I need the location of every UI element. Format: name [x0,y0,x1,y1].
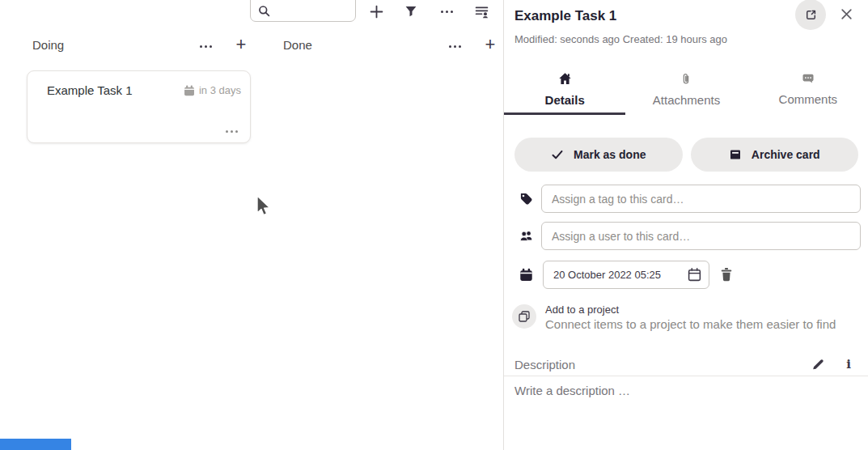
paperclip-icon [680,72,692,86]
archive-icon [729,148,742,161]
tab-details-label: Details [545,93,585,107]
panel-title: Example Task 1 [514,8,616,24]
description-label: Description [514,358,811,371]
calendar-icon [519,268,533,282]
panel-modified-created: Modified: seconds ago Created: 19 hours … [514,33,727,45]
archive-card-button[interactable]: Archive card [691,138,859,172]
card-menu-button[interactable] [226,130,238,133]
panel-tabs: Details Attachments Comments [504,65,868,115]
add-to-project-title: Add to a project [545,304,619,316]
add-to-project-subtitle: Connect items to a project to make them … [545,317,836,331]
mark-as-done-button[interactable]: Mark as done [514,138,683,172]
home-icon [558,72,572,86]
filter-icon [404,5,417,18]
info-icon: i [846,357,851,371]
add-to-project-row[interactable]: Add to a project Connect items to a proj… [504,300,868,334]
assigned-view-button[interactable] [472,2,491,21]
column-title-doing: Doing [32,38,64,52]
popout-icon [804,8,818,22]
due-date-field[interactable]: 20 October 2022 05:25 [543,261,709,289]
more-icon [449,45,461,48]
tab-comments[interactable]: Comments [747,65,868,115]
more-icon [226,130,238,133]
description-placeholder[interactable]: Write a description … [514,384,630,397]
more-icon [200,45,212,48]
close-panel-button[interactable] [837,5,855,23]
board-assign-icon [475,5,489,19]
edit-description-button[interactable] [811,358,824,371]
project-icon-circle [512,304,536,329]
board-menu-button[interactable] [437,2,456,21]
pencil-icon [811,358,824,371]
more-icon [441,11,453,13]
column-doing-menu-button[interactable] [196,36,215,56]
kanban-app-window: Doing + Done + Example Task 1 in 3 days [0,0,868,450]
trash-icon [719,267,734,282]
check-icon [551,148,564,161]
card-detail-panel: Example Task 1 Modified: seconds ago Cre… [503,0,868,450]
card-title: Example Task 1 [47,83,133,97]
column-title-done: Done [283,38,312,52]
assign-user-input[interactable] [541,222,861,250]
mark-as-done-label: Mark as done [574,148,646,161]
tab-details[interactable]: Details [504,65,625,115]
close-icon [840,7,853,21]
archive-card-label: Archive card [752,148,820,161]
description-info-button[interactable]: i [846,357,851,371]
search-input[interactable] [273,3,351,19]
tag-icon [519,192,533,206]
remove-due-date-button[interactable] [719,267,734,282]
assign-tag-input[interactable] [541,185,861,213]
board-area: Doing + Done + Example Task 1 in 3 days [0,0,503,450]
search-icon [258,5,270,17]
calendar-picker-icon [687,267,702,282]
tab-attachments[interactable]: Attachments [625,65,747,115]
task-card[interactable]: Example Task 1 in 3 days [27,70,251,143]
card-due-label: in 3 days [199,84,241,96]
tag-row [504,185,868,214]
search-box[interactable] [250,0,356,22]
due-date-value: 20 October 2022 05:25 [553,269,687,281]
column-done-add-button[interactable]: + [480,33,501,56]
bottom-left-accent-strip [0,439,71,450]
project-icon [518,310,531,323]
plus-icon [370,5,383,19]
description-header: Description i [504,353,868,376]
card-actions: Mark as done Archive card [514,138,858,172]
filter-button[interactable] [401,2,421,21]
calendar-icon [184,85,195,96]
add-card-button[interactable] [366,2,386,21]
tab-attachments-label: Attachments [653,93,720,107]
popout-button[interactable] [795,0,826,30]
users-icon [519,229,533,243]
open-calendar-button[interactable] [687,267,702,282]
column-doing-add-button[interactable]: + [231,33,252,56]
comment-icon [802,72,815,85]
mouse-cursor [256,195,273,219]
due-date-row: 20 October 2022 05:25 [504,261,868,290]
tab-comments-label: Comments [779,92,838,106]
card-due-date: in 3 days [184,84,241,96]
user-row [504,222,868,251]
column-done-menu-button[interactable] [445,36,464,56]
